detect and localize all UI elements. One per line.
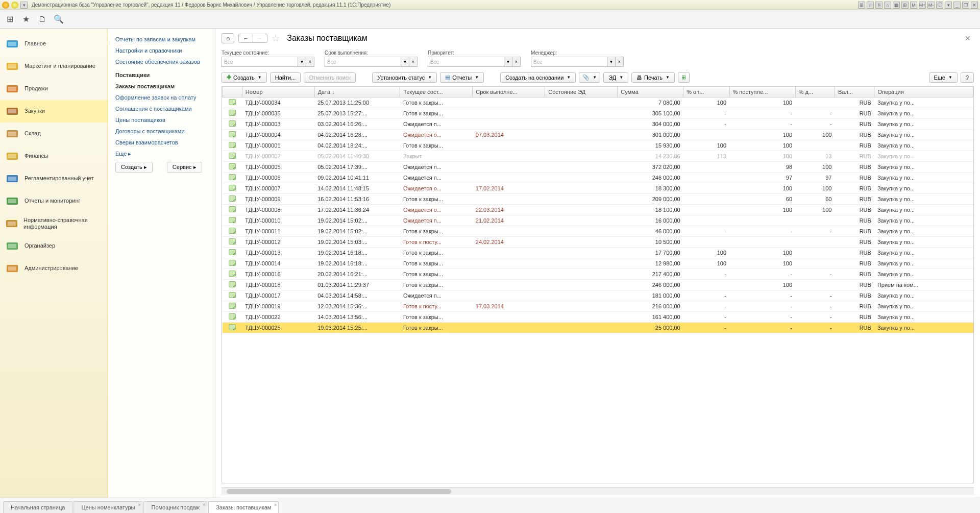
section-accounting[interactable]: Регламентированный учет bbox=[0, 167, 108, 190]
table-row[interactable]: ТДЦУ-00001801.03.2014 11:29:37Готов к за… bbox=[223, 280, 973, 290]
column-header[interactable]: % поступле... bbox=[729, 87, 795, 97]
window-tab[interactable]: Помощник продаж× bbox=[143, 501, 207, 513]
titlebar-button[interactable]: ⓘ bbox=[936, 2, 943, 9]
subnav-link[interactable]: Настройки и справочники bbox=[108, 45, 215, 56]
window-tab[interactable]: Заказы поставщикам× bbox=[208, 501, 279, 513]
filter-input[interactable] bbox=[531, 57, 607, 67]
table-row[interactable]: ТДЦУ-00000303.02.2014 16:26:...Ожидается… bbox=[223, 119, 973, 130]
column-header[interactable]: Состояние ЭД bbox=[545, 87, 618, 97]
dropdown-icon[interactable]: ▼ bbox=[401, 57, 409, 67]
window-tab[interactable]: Начальная страница bbox=[3, 501, 72, 513]
table-row[interactable]: ТДЦУ-00003525.07.2013 15:27:...Готов к з… bbox=[223, 108, 973, 119]
column-header[interactable]: Срок выполне... bbox=[473, 87, 545, 97]
table-row[interactable]: ТДЦУ-00002519.03.2014 15:25:...Готов к з… bbox=[223, 323, 973, 333]
favorite-icon[interactable]: ☆ bbox=[272, 33, 280, 44]
subnav-create_btn[interactable]: Создать ▸ bbox=[115, 162, 153, 173]
table-row[interactable]: ТДЦУ-00001912.03.2014 15:36:...Готов к п… bbox=[223, 301, 973, 312]
cancel-find-button[interactable]: Отменить поиск bbox=[304, 72, 356, 83]
table-row[interactable]: ТДЦУ-00000205.02.2014 11:40:30Закрыт14 2… bbox=[223, 151, 973, 162]
dropdown-icon[interactable]: ▼ bbox=[298, 57, 306, 67]
subnav-link[interactable]: Оформление заявок на оплату bbox=[108, 92, 215, 103]
titlebar-button[interactable]: ⎘ bbox=[875, 2, 883, 9]
titlebar-button[interactable]: ▾ bbox=[945, 2, 952, 9]
table-row[interactable]: ТДЦУ-00000714.02.2014 11:48:15Ожидается … bbox=[223, 183, 973, 194]
clipboard-icon[interactable]: 🗋 bbox=[38, 15, 47, 24]
close-tab-icon[interactable]: × bbox=[274, 502, 277, 507]
subnav-link[interactable]: Заказы поставщикам bbox=[108, 81, 215, 92]
table-row[interactable]: ТДЦУ-00001419.02.2014 16:18:...Готов к з… bbox=[223, 258, 973, 269]
column-header[interactable]: Вал... bbox=[835, 87, 874, 97]
subnav-link[interactable]: Договоры с поставщиками bbox=[108, 126, 215, 137]
table-row[interactable]: ТДЦУ-00001219.02.2014 15:03:...Готов к п… bbox=[223, 237, 973, 248]
titlebar-button[interactable]: ⌂ bbox=[884, 2, 891, 9]
column-header[interactable]: % оп... bbox=[683, 87, 729, 97]
subnav-link[interactable]: Еще ▸ bbox=[108, 148, 215, 160]
column-header[interactable]: Сумма bbox=[618, 87, 683, 97]
section-main[interactable]: Главное bbox=[0, 33, 108, 55]
column-header[interactable]: Операция bbox=[874, 87, 973, 97]
table-row[interactable]: ТДЦУ-00000817.02.2014 11:36:24Ожидается … bbox=[223, 205, 973, 215]
star-icon[interactable]: ★ bbox=[21, 15, 31, 24]
dropdown-icon[interactable]: ▾ bbox=[20, 2, 28, 9]
titlebar-button[interactable]: M+ bbox=[919, 2, 926, 9]
table-row[interactable]: ТДЦУ-00001019.02.2014 15:02:...Ожидается… bbox=[223, 215, 973, 226]
filter-input[interactable] bbox=[222, 57, 298, 67]
table-row[interactable]: ТДЦУ-00001704.03.2014 14:58:...Ожидается… bbox=[223, 290, 973, 301]
home-button[interactable]: ⌂ bbox=[222, 33, 234, 43]
reports-button[interactable]: ▤Отчеты▼ bbox=[440, 72, 484, 83]
print-button[interactable]: 🖶Печать▼ bbox=[631, 72, 675, 83]
filter-input[interactable] bbox=[325, 57, 401, 67]
table-row[interactable]: ТДЦУ-00000609.02.2014 10:41:11Ожидается … bbox=[223, 173, 973, 183]
dropdown-icon[interactable]: ▼ bbox=[607, 57, 616, 67]
close-tab-icon[interactable]: × bbox=[203, 502, 205, 507]
close-page-button[interactable]: ✕ bbox=[962, 34, 974, 42]
column-header[interactable]: Номер bbox=[242, 87, 314, 97]
clear-icon[interactable]: × bbox=[306, 57, 314, 67]
section-warehouse[interactable]: Склад bbox=[0, 123, 108, 145]
section-reports[interactable]: Отчеты и мониторинг bbox=[0, 190, 108, 212]
nav-back-button[interactable]: ← bbox=[239, 34, 253, 42]
clear-icon[interactable]: × bbox=[512, 57, 521, 67]
column-header[interactable] bbox=[223, 87, 242, 97]
window-tab[interactable]: Цены номенклатуры× bbox=[74, 501, 142, 513]
clear-icon[interactable]: × bbox=[616, 57, 624, 67]
subnav-link[interactable]: Соглашения с поставщиками bbox=[108, 103, 215, 114]
close-tab-icon[interactable]: × bbox=[138, 502, 140, 507]
filter-input[interactable] bbox=[428, 57, 504, 67]
titlebar-button[interactable]: M bbox=[910, 2, 917, 9]
table-row[interactable]: ТДЦУ-00000916.02.2014 11:53:16Готов к за… bbox=[223, 194, 973, 205]
subnav-link[interactable]: Цены поставщиков bbox=[108, 114, 215, 126]
table-row[interactable]: ТДЦУ-00000505.02.2014 17:39:...Ожидается… bbox=[223, 162, 973, 173]
create-button[interactable]: ✚Создать▼ bbox=[222, 72, 267, 83]
horizontal-scrollbar[interactable] bbox=[222, 487, 974, 495]
nav-forward-button[interactable]: → bbox=[253, 34, 267, 42]
orders-table-wrap[interactable]: НомерДата ↓Текущее сост...Срок выполне..… bbox=[222, 86, 974, 483]
subnav-link[interactable]: Сверки взаиморасчетов bbox=[108, 137, 215, 148]
table-row[interactable]: ТДЦУ-00002214.03.2014 13:56:...Готов к з… bbox=[223, 312, 973, 323]
column-header[interactable]: Текущее сост... bbox=[400, 87, 473, 97]
table-row[interactable]: ТДЦУ-00003425.07.2013 11:25:00Готов к за… bbox=[223, 97, 973, 108]
section-finance[interactable]: Финансы bbox=[0, 145, 108, 167]
titlebar-button[interactable]: ❐ bbox=[962, 2, 969, 9]
section-admin[interactable]: Администрирование bbox=[0, 257, 108, 280]
section-sales[interactable]: Продажи bbox=[0, 78, 108, 100]
search-icon[interactable]: 🔍 bbox=[54, 15, 63, 24]
dropdown-icon[interactable]: ▼ bbox=[504, 57, 512, 67]
column-header[interactable]: Дата ↓ bbox=[314, 87, 400, 97]
set-status-button[interactable]: Установить статус▼ bbox=[372, 72, 437, 83]
titlebar-button[interactable]: _ bbox=[953, 2, 961, 9]
ed-button[interactable]: ЭД▼ bbox=[603, 72, 628, 83]
apps-icon[interactable]: ⊞ bbox=[5, 15, 14, 24]
subnav-link[interactable]: Состояние обеспечения заказов bbox=[108, 56, 215, 67]
titlebar-button[interactable]: ▦ bbox=[893, 2, 900, 9]
subnav-service_btn[interactable]: Сервис ▸ bbox=[167, 162, 202, 173]
section-marketing[interactable]: Маркетинг и планирование bbox=[0, 55, 108, 78]
table-row[interactable]: ТДЦУ-00000404.02.2014 16:28:...Ожидается… bbox=[223, 130, 973, 140]
titlebar-button[interactable]: M- bbox=[927, 2, 935, 9]
table-row[interactable]: ТДЦУ-00001119.02.2014 15:02:...Готов к з… bbox=[223, 226, 973, 237]
clear-icon[interactable]: × bbox=[409, 57, 418, 67]
subnav-link[interactable]: Отчеты по запасам и закупкам bbox=[108, 34, 215, 45]
find-button[interactable]: Найти... bbox=[270, 72, 301, 83]
table-row[interactable]: ТДЦУ-00000104.02.2014 18:24:...Готов к з… bbox=[223, 140, 973, 151]
create-based-button[interactable]: Создать на основании▼ bbox=[500, 72, 576, 83]
